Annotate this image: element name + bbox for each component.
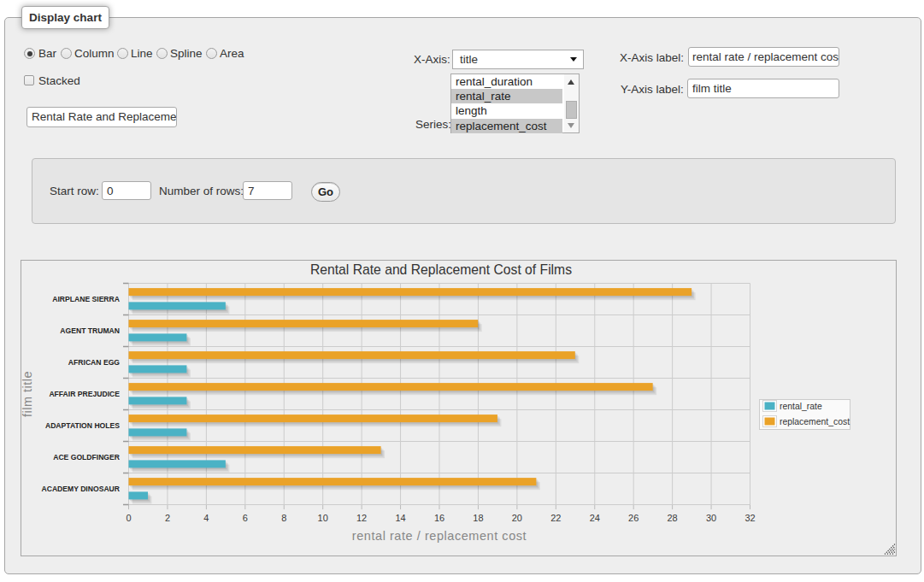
svg-text:20: 20 [512, 513, 522, 523]
svg-text:2: 2 [165, 513, 170, 523]
svg-text:AIRPLANE SIERRA: AIRPLANE SIERRA [52, 295, 120, 303]
svg-text:Rental Rate and Replacement Co: Rental Rate and Replacement Cost of Film… [310, 262, 572, 277]
svg-text:32: 32 [744, 513, 755, 523]
svg-text:0: 0 [126, 513, 131, 523]
svg-text:replacement_cost: replacement_cost [780, 417, 850, 426]
svg-text:14: 14 [395, 513, 405, 523]
svg-text:4: 4 [203, 513, 209, 523]
svg-text:ACADEMY DINOSAUR: ACADEMY DINOSAUR [41, 485, 120, 493]
svg-text:rental_rate: rental_rate [780, 402, 822, 411]
svg-text:6: 6 [243, 513, 248, 523]
svg-text:ACE GOLDFINGER: ACE GOLDFINGER [53, 453, 121, 461]
svg-text:28: 28 [668, 513, 678, 523]
svg-text:22: 22 [550, 513, 561, 523]
svg-text:AFFAIR PREJUDICE: AFFAIR PREJUDICE [49, 390, 120, 398]
svg-text:24: 24 [590, 513, 600, 523]
svg-text:26: 26 [628, 513, 639, 523]
svg-text:30: 30 [706, 513, 716, 523]
svg-text:AGENT TRUMAN: AGENT TRUMAN [60, 326, 120, 335]
svg-text:film title: film title [21, 371, 34, 417]
svg-text:16: 16 [434, 513, 444, 523]
svg-text:ADAPTATION HOLES: ADAPTATION HOLES [45, 421, 120, 430]
svg-text:rental rate / replacement cost: rental rate / replacement cost [352, 529, 527, 543]
svg-text:12: 12 [356, 513, 367, 523]
svg-text:10: 10 [318, 513, 328, 523]
svg-text:18: 18 [473, 513, 483, 523]
svg-text:AFRICAN EGG: AFRICAN EGG [68, 358, 120, 367]
svg-text:8: 8 [281, 513, 286, 523]
